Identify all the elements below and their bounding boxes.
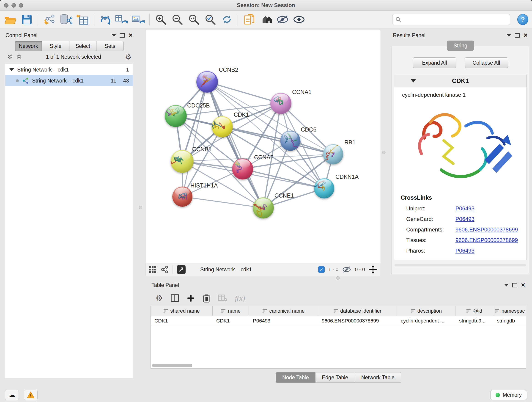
panel-menu-icon[interactable]: [112, 34, 116, 37]
results-horizontal-scrollbar[interactable]: [394, 264, 526, 266]
add-column-icon[interactable]: [187, 294, 195, 302]
collapse-all-icon[interactable]: [16, 54, 22, 60]
show-columns-icon[interactable]: [171, 294, 179, 302]
export-image-icon[interactable]: [132, 13, 145, 26]
column-header-namespace[interactable]: namespac: [493, 306, 526, 316]
crosslink-value[interactable]: P06493: [456, 205, 475, 212]
column-header-canonical-name[interactable]: canonical name: [249, 306, 318, 316]
network-mode-icon[interactable]: [161, 266, 168, 274]
window-close-button[interactable]: [4, 3, 8, 7]
show-panels-icon[interactable]: [292, 13, 306, 26]
panel-menu-icon[interactable]: [504, 284, 509, 287]
pan-tool-icon[interactable]: [369, 265, 377, 274]
column-header-description[interactable]: description: [397, 306, 456, 316]
panel-float-icon[interactable]: [515, 33, 520, 38]
network-node-cdc25b[interactable]: [165, 105, 187, 127]
table-cell[interactable]: P06493: [249, 316, 318, 326]
network-node-ccnb1[interactable]: [171, 150, 194, 173]
table-cell[interactable]: CDK1: [213, 316, 249, 326]
collapse-section-icon[interactable]: [411, 79, 416, 83]
table-horizontal-scrollbar[interactable]: [152, 364, 525, 367]
selected-checkbox-icon[interactable]: ✓: [318, 266, 325, 273]
import-network-database-icon[interactable]: [59, 13, 73, 26]
network-canvas[interactable]: CCNB2CCNA1CDC25BCDK1CDC6RB1CCNB1CCNA2CDK…: [146, 30, 380, 263]
expand-all-button[interactable]: Expand All: [413, 57, 456, 68]
network-from-table-icon[interactable]: [115, 13, 128, 26]
network-node-cdc6[interactable]: [280, 131, 300, 151]
crosslink-value[interactable]: P06493: [456, 216, 475, 222]
protein-section-header[interactable]: CDK1: [394, 75, 526, 87]
panel-float-icon[interactable]: [120, 33, 125, 38]
collapse-all-button[interactable]: Collapse All: [465, 57, 508, 68]
vertical-splitter-handle[interactable]: [382, 151, 385, 154]
window-minimize-button[interactable]: [12, 3, 16, 7]
memory-button[interactable]: Memory: [490, 390, 527, 400]
tree-expand-icon[interactable]: [9, 68, 14, 71]
clone-network-icon[interactable]: [99, 13, 112, 26]
network-node-ccna2[interactable]: [232, 158, 253, 179]
zoom-fit-icon[interactable]: [187, 13, 201, 26]
copy-document-icon[interactable]: [243, 13, 256, 26]
tab-style[interactable]: Style: [42, 41, 69, 51]
column-header-name[interactable]: name: [213, 306, 249, 316]
table-cell[interactable]: stringdb: [493, 316, 526, 326]
network-node-cdkn1a[interactable]: [314, 178, 334, 198]
network-collection-row[interactable]: String Network – cdk1 1: [5, 64, 133, 75]
scrollbar-thumb[interactable]: [152, 364, 192, 367]
crosslink-value[interactable]: P06493: [456, 248, 475, 254]
panel-menu-icon[interactable]: [507, 34, 511, 37]
tab-network-table[interactable]: Network Table: [355, 372, 401, 383]
grid-mode-icon[interactable]: [149, 266, 157, 274]
expand-all-icon[interactable]: [7, 54, 13, 60]
home-icon[interactable]: [259, 13, 273, 26]
zoom-out-icon[interactable]: [171, 13, 184, 26]
tab-network[interactable]: Network: [15, 41, 42, 51]
vertical-splitter-handle[interactable]: [139, 206, 142, 209]
gear-icon[interactable]: ⚙: [125, 52, 132, 61]
zoom-in-icon[interactable]: [154, 13, 167, 26]
table-cell[interactable]: stringdb:9...: [456, 316, 493, 326]
network-node-ccne1[interactable]: [253, 197, 274, 218]
column-header-id[interactable]: @id: [456, 306, 493, 316]
panel-close-icon[interactable]: ✕: [128, 32, 133, 38]
tab-edge-table[interactable]: Edge Table: [315, 372, 355, 383]
horizontal-splitter-handle[interactable]: [336, 276, 340, 280]
detach-view-icon[interactable]: [177, 265, 186, 274]
tab-string[interactable]: String: [447, 41, 474, 51]
network-node-hist1h1a[interactable]: [172, 186, 192, 207]
warnings-button[interactable]: [24, 390, 38, 400]
column-header-shared-name[interactable]: shared name: [151, 306, 213, 316]
table-cell[interactable]: cyclin-dependent ...: [397, 316, 456, 326]
panel-float-icon[interactable]: [512, 283, 517, 287]
crosslink-value[interactable]: 9606.ENSP00000378699: [456, 226, 518, 233]
network-node-ccna1[interactable]: [270, 93, 291, 114]
import-table-icon[interactable]: [76, 13, 89, 26]
table-cell[interactable]: CDK1: [151, 316, 213, 326]
open-session-icon[interactable]: [4, 13, 17, 26]
table-row[interactable]: CDK1 CDK1 P06493 9606.ENSP00000378699 cy…: [151, 316, 526, 326]
panel-close-icon[interactable]: ✕: [521, 282, 525, 288]
cloud-button[interactable]: ☁: [5, 390, 19, 400]
window-zoom-button[interactable]: [19, 3, 23, 7]
tab-node-table[interactable]: Node Table: [276, 372, 315, 383]
import-network-file-icon[interactable]: [43, 13, 56, 26]
delete-column-icon[interactable]: [203, 294, 210, 303]
save-session-icon[interactable]: [20, 13, 33, 26]
crosslink-value[interactable]: 9606.ENSP00000378699: [456, 237, 518, 243]
column-header-database-identifier[interactable]: database identifier: [318, 306, 397, 316]
search-input[interactable]: [404, 16, 507, 23]
network-node-ccnb2[interactable]: [196, 71, 218, 93]
hidden-eye-icon[interactable]: [342, 266, 351, 273]
tab-sets[interactable]: Sets: [96, 41, 124, 51]
network-row[interactable]: String Network – cdk1 11 48: [5, 75, 133, 86]
tab-select[interactable]: Select: [69, 41, 96, 51]
panel-close-icon[interactable]: ✕: [523, 32, 528, 38]
network-node-cdk1[interactable]: [212, 116, 233, 137]
network-node-rb1[interactable]: [323, 144, 343, 164]
zoom-selected-icon[interactable]: [204, 13, 217, 26]
table-settings-icon[interactable]: ⚙: [156, 293, 163, 303]
help-button[interactable]: ?: [517, 14, 528, 25]
refresh-icon[interactable]: [220, 13, 234, 26]
table-cell[interactable]: 9606.ENSP00000378699: [318, 316, 397, 326]
hide-panels-icon[interactable]: [276, 13, 289, 26]
